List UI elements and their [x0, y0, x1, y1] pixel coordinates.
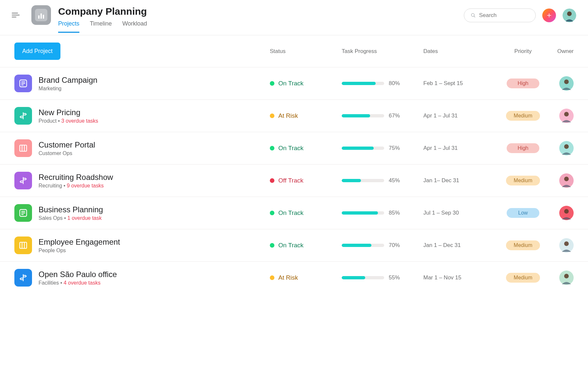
user-avatar[interactable] — [563, 9, 576, 22]
add-project-button[interactable]: Add Project — [14, 43, 60, 60]
svg-point-14 — [564, 112, 569, 116]
priority-pill: High — [507, 143, 539, 153]
project-row[interactable]: Brand CampaignMarketingOn Track80%Feb 1 … — [0, 67, 588, 99]
status-label: On Track — [278, 209, 303, 217]
owner-avatar[interactable] — [559, 206, 574, 220]
status-dot-icon — [270, 178, 274, 183]
column-header-progress[interactable]: Task Progress — [342, 48, 423, 55]
priority-cell[interactable]: Medium — [495, 240, 551, 250]
svg-point-19 — [564, 144, 569, 149]
dates-cell[interactable]: Jan 1– Dec 31 — [423, 177, 495, 184]
priority-pill: Medium — [506, 176, 540, 185]
dates-cell[interactable]: Apr 1 – Jul 31 — [423, 113, 495, 119]
status-cell[interactable]: Off Track — [270, 177, 342, 184]
status-cell[interactable]: On Track — [270, 209, 342, 217]
status-cell[interactable]: On Track — [270, 80, 342, 87]
status-label: Off Track — [278, 177, 303, 184]
search-field[interactable] — [479, 12, 529, 19]
status-cell[interactable]: On Track — [270, 145, 342, 152]
owner-cell[interactable] — [551, 109, 574, 123]
tab-projects[interactable]: Projects — [58, 20, 79, 33]
status-cell[interactable]: On Track — [270, 242, 342, 249]
project-row[interactable]: Employee EngagementPeople OpsOn Track70%… — [0, 229, 588, 261]
dates-cell[interactable]: Jul 1 – Sep 30 — [423, 210, 495, 216]
priority-pill: Medium — [506, 240, 540, 250]
project-title-block: Open São Paulo officeFacilities • 4 over… — [39, 270, 270, 286]
tab-timeline[interactable]: Timeline — [90, 20, 112, 33]
owner-avatar[interactable] — [559, 173, 574, 188]
progress-cell[interactable]: 55% — [342, 274, 423, 281]
search-input[interactable] — [464, 9, 536, 22]
dates-cell[interactable]: Jan 1 – Dec 31 — [423, 242, 495, 249]
project-title-block: Business PlanningSales Ops • 1 overdue t… — [39, 205, 270, 221]
owner-cell[interactable] — [551, 173, 574, 188]
progress-percent: 85% — [389, 210, 400, 216]
project-row[interactable]: Customer PortalCustomer OpsOn Track75%Ap… — [0, 132, 588, 164]
status-dot-icon — [270, 146, 274, 150]
project-row[interactable]: Recruiting RoadshowRecruiting • 9 overdu… — [0, 164, 588, 197]
svg-point-5 — [567, 11, 572, 16]
priority-pill: High — [507, 79, 539, 88]
project-row[interactable]: Business PlanningSales Ops • 1 overdue t… — [0, 197, 588, 229]
owner-avatar[interactable] — [559, 141, 574, 155]
overdue-indicator: 3 overdue tasks — [61, 118, 98, 124]
status-cell[interactable]: At Risk — [270, 112, 342, 119]
status-cell[interactable]: At Risk — [270, 274, 342, 281]
tab-workload[interactable]: Workload — [122, 20, 147, 33]
svg-rect-29 — [20, 242, 27, 249]
priority-cell[interactable]: Low — [495, 208, 551, 218]
owner-cell[interactable] — [551, 206, 574, 220]
status-label: On Track — [278, 145, 303, 152]
status-label: On Track — [278, 80, 303, 87]
progress-percent: 70% — [389, 242, 400, 249]
project-row[interactable]: New PricingProduct • 3 overdue tasksAt R… — [0, 99, 588, 132]
project-icon — [14, 107, 32, 125]
status-label: At Risk — [278, 112, 298, 119]
project-name: Recruiting Roadshow — [39, 173, 270, 182]
column-header-status[interactable]: Status — [270, 48, 342, 55]
svg-point-28 — [564, 209, 569, 214]
priority-pill: Medium — [506, 111, 540, 121]
column-header-priority[interactable]: Priority — [495, 48, 551, 55]
project-icon — [14, 172, 32, 189]
owner-avatar[interactable] — [559, 238, 574, 253]
project-name: Brand Campaign — [39, 76, 270, 85]
progress-cell[interactable]: 85% — [342, 210, 423, 216]
priority-cell[interactable]: Medium — [495, 111, 551, 121]
progress-bar — [342, 114, 384, 117]
project-subtitle: Marketing — [39, 86, 270, 92]
status-label: At Risk — [278, 274, 298, 281]
dates-cell[interactable]: Feb 1 – Sept 15 — [423, 80, 495, 87]
dates-cell[interactable]: Apr 1 – Jul 31 — [423, 145, 495, 151]
priority-cell[interactable]: Medium — [495, 176, 551, 185]
hamburger-menu-icon[interactable] — [12, 11, 20, 19]
dates-cell[interactable]: Mar 1 – Nov 15 — [423, 274, 495, 281]
owner-cell[interactable] — [551, 141, 574, 155]
progress-percent: 67% — [389, 113, 400, 119]
owner-avatar[interactable] — [559, 76, 574, 91]
progress-percent: 75% — [389, 145, 400, 151]
progress-cell[interactable]: 67% — [342, 113, 423, 119]
progress-cell[interactable]: 70% — [342, 242, 423, 249]
owner-avatar[interactable] — [559, 109, 574, 123]
priority-cell[interactable]: High — [495, 79, 551, 88]
owner-avatar[interactable] — [559, 271, 574, 285]
project-title-block: Recruiting RoadshowRecruiting • 9 overdu… — [39, 173, 270, 189]
owner-cell[interactable] — [551, 238, 574, 253]
priority-cell[interactable]: High — [495, 143, 551, 153]
progress-percent: 45% — [389, 177, 400, 184]
project-icon — [14, 204, 32, 222]
owner-cell[interactable] — [551, 76, 574, 91]
list-header-row: Add Project Status Task Progress Dates P… — [0, 35, 588, 67]
progress-cell[interactable]: 45% — [342, 177, 423, 184]
global-add-button[interactable] — [542, 9, 556, 22]
priority-cell[interactable]: Medium — [495, 273, 551, 283]
column-header-owner[interactable]: Owner — [551, 48, 574, 55]
priority-pill: Medium — [506, 273, 540, 283]
project-row[interactable]: Open São Paulo officeFacilities • 4 over… — [0, 261, 588, 294]
column-header-dates[interactable]: Dates — [423, 48, 495, 55]
progress-cell[interactable]: 80% — [342, 80, 423, 87]
owner-cell[interactable] — [551, 271, 574, 285]
progress-cell[interactable]: 75% — [342, 145, 423, 151]
progress-percent: 55% — [389, 274, 400, 281]
